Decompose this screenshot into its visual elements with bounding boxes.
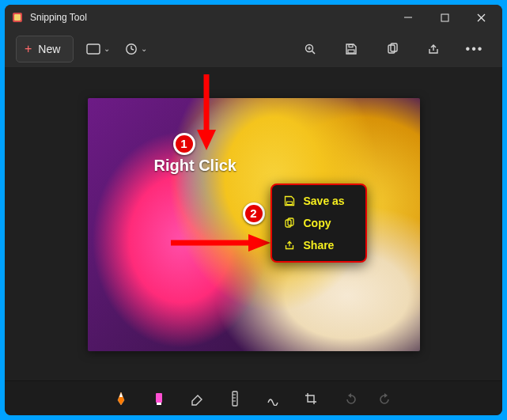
snip-mode-dropdown[interactable]: ⌄ (85, 36, 112, 62)
plus-icon: + (25, 43, 32, 55)
context-menu: Save as Copy Share (271, 184, 367, 263)
share-button[interactable] (420, 36, 447, 62)
close-button[interactable] (463, 5, 499, 30)
svg-rect-1 (14, 14, 21, 21)
context-menu-share[interactable]: Share (275, 234, 362, 256)
svg-rect-28 (157, 403, 161, 405)
svg-rect-22 (286, 202, 292, 205)
touch-writing-tool[interactable] (265, 391, 281, 407)
new-snip-button[interactable]: + New (16, 36, 74, 62)
svg-rect-3 (441, 14, 448, 21)
pen-tool[interactable] (113, 391, 129, 407)
titlebar: Snipping Tool (5, 5, 502, 30)
svg-rect-15 (349, 44, 353, 47)
annotation-badge-2: 2 (243, 202, 265, 225)
highlighter-tool[interactable] (151, 391, 167, 407)
toolbar-right-group: ••• (297, 36, 491, 62)
app-window: Snipping Tool + New ⌄ ⌄ (5, 5, 502, 415)
undo-button[interactable] (341, 391, 357, 407)
svg-line-11 (312, 51, 316, 54)
more-button[interactable]: ••• (461, 36, 488, 62)
annotation-label-right-click: Right Click (154, 157, 236, 175)
svg-rect-29 (233, 392, 237, 406)
annotation-badge-1: 1 (173, 133, 195, 155)
arrow-right-icon (171, 231, 274, 255)
badge-2-number: 2 (250, 206, 256, 220)
crop-tool[interactable] (303, 391, 319, 407)
ellipsis-icon: ••• (466, 42, 484, 56)
copy-icon (283, 218, 296, 229)
chevron-down-icon: ⌄ (141, 44, 147, 53)
eraser-tool[interactable] (189, 391, 205, 407)
maximize-button[interactable] (426, 5, 463, 30)
svg-line-9 (131, 49, 134, 50)
svg-marker-19 (197, 130, 216, 150)
svg-marker-33 (348, 393, 351, 398)
ruler-tool[interactable] (227, 391, 243, 407)
arrow-down-icon (191, 74, 222, 153)
chevron-down-icon: ⌄ (104, 44, 110, 53)
toolbar: + New ⌄ ⌄ ••• (5, 30, 502, 68)
svg-rect-14 (348, 50, 354, 53)
svg-rect-27 (156, 393, 162, 403)
context-menu-copy[interactable]: Copy (275, 212, 362, 234)
new-button-label: New (38, 43, 60, 55)
svg-marker-34 (384, 393, 388, 398)
delay-dropdown[interactable]: ⌄ (123, 36, 149, 62)
svg-marker-21 (248, 234, 271, 252)
app-icon (11, 11, 24, 24)
copy-button[interactable] (379, 36, 406, 62)
save-button[interactable] (338, 36, 365, 62)
app-title: Snipping Tool (30, 12, 87, 23)
context-menu-item-label: Share (304, 239, 335, 252)
bottom-toolbar (5, 380, 502, 415)
context-menu-item-label: Copy (304, 217, 331, 229)
zoom-button[interactable] (297, 36, 323, 62)
context-menu-save-as[interactable]: Save as (275, 190, 362, 212)
captured-image[interactable]: 1 Right Click 2 Save as (88, 98, 420, 351)
share-icon (283, 240, 296, 251)
minimize-button[interactable] (390, 5, 426, 30)
svg-rect-6 (87, 44, 100, 54)
context-menu-item-label: Save as (304, 195, 345, 207)
badge-1-number: 1 (180, 137, 187, 150)
canvas-area: 1 Right Click 2 Save as (5, 68, 502, 380)
redo-button[interactable] (379, 391, 395, 407)
save-icon (283, 195, 296, 206)
